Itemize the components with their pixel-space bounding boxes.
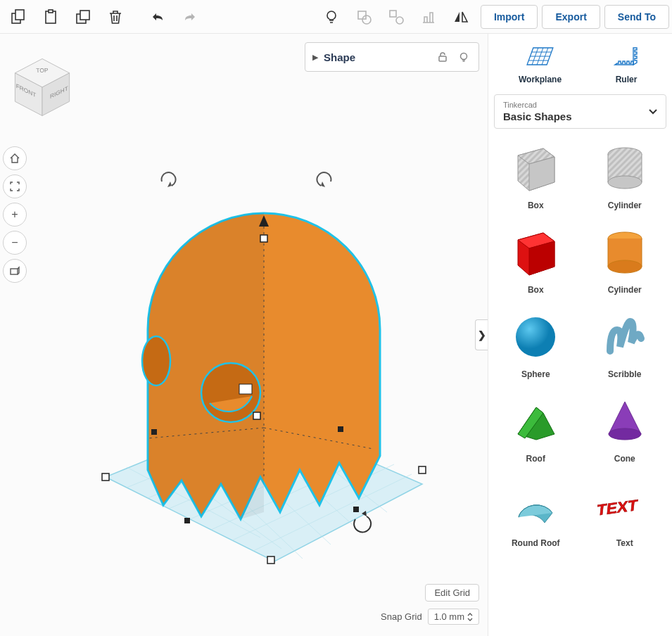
import-button[interactable]: Import bbox=[481, 5, 538, 29]
shape-cylinder-hole[interactable]: Cylinder bbox=[586, 139, 664, 210]
ruler-tool[interactable]: Ruler bbox=[611, 44, 642, 84]
svg-point-77 bbox=[609, 428, 641, 440]
svg-rect-45 bbox=[419, 466, 426, 473]
hint-bulb-button[interactable] bbox=[316, 1, 347, 32]
delete-button[interactable] bbox=[100, 1, 131, 32]
svg-rect-51 bbox=[353, 507, 359, 512]
canvas-area[interactable]: TOP FRONT RIGHT + − ▶ Shape ❯ bbox=[0, 34, 488, 636]
svg-rect-5 bbox=[80, 11, 89, 20]
home-view-button[interactable] bbox=[3, 146, 27, 170]
ungroup-button[interactable] bbox=[381, 1, 412, 32]
ortho-toggle-button[interactable] bbox=[3, 259, 27, 283]
svg-text:TOP: TOP bbox=[36, 68, 49, 75]
snap-grid-select[interactable]: 1.0 mm bbox=[428, 609, 479, 625]
svg-point-6 bbox=[327, 11, 336, 20]
bulb-icon[interactable] bbox=[456, 49, 471, 65]
undo-button[interactable] bbox=[142, 1, 173, 32]
shape-panel-title: Shape bbox=[324, 51, 429, 63]
shapes-grid: Box Cylinder bbox=[488, 134, 672, 636]
viewcube-control[interactable]: TOP FRONT RIGHT bbox=[10, 55, 75, 120]
svg-marker-20 bbox=[167, 182, 172, 187]
svg-rect-50 bbox=[184, 518, 190, 523]
svg-rect-48 bbox=[151, 429, 157, 435]
copy-button[interactable] bbox=[3, 1, 34, 32]
svg-marker-21 bbox=[321, 182, 325, 187]
panel-expand-toggle[interactable]: ▶ bbox=[312, 53, 318, 62]
right-panel: Workplane Ruler Tinkercad Basic Shapes bbox=[488, 34, 672, 636]
shape-box-hole[interactable]: Box bbox=[497, 139, 574, 210]
redo-button[interactable] bbox=[175, 1, 205, 32]
svg-point-10 bbox=[396, 17, 403, 24]
lock-icon[interactable] bbox=[435, 49, 450, 65]
sendto-button[interactable]: Send To bbox=[604, 5, 669, 29]
svg-text:TEXT: TEXT bbox=[597, 496, 639, 519]
fit-view-button[interactable] bbox=[3, 174, 27, 198]
svg-rect-44 bbox=[102, 473, 109, 481]
shape-box-solid[interactable]: Box bbox=[497, 223, 574, 295]
shape-roof[interactable]: Roof bbox=[497, 392, 574, 464]
svg-rect-9 bbox=[390, 11, 396, 17]
ruler-label: Ruler bbox=[616, 75, 638, 84]
collapse-panel-button[interactable]: ❯ bbox=[475, 319, 488, 350]
shape-inspector-panel: ▶ Shape bbox=[305, 42, 479, 72]
svg-point-67 bbox=[608, 176, 642, 189]
shape-sphere[interactable]: Sphere bbox=[497, 307, 574, 379]
group-button[interactable] bbox=[348, 1, 379, 32]
svg-rect-17 bbox=[11, 269, 18, 274]
export-button[interactable]: Export bbox=[542, 5, 600, 29]
svg-rect-49 bbox=[338, 426, 343, 432]
top-toolbar: Import Export Send To bbox=[0, 0, 672, 34]
svg-point-19 bbox=[461, 53, 467, 60]
mirror-button[interactable] bbox=[445, 1, 476, 32]
svg-rect-46 bbox=[267, 556, 274, 564]
svg-point-74 bbox=[516, 317, 555, 357]
edit-grid-button[interactable]: Edit Grid bbox=[425, 584, 479, 602]
paste-button[interactable] bbox=[35, 1, 66, 32]
workplane-label: Workplane bbox=[519, 75, 562, 84]
workplane-tool[interactable]: Workplane bbox=[519, 44, 562, 84]
zoom-in-button[interactable]: + bbox=[3, 203, 27, 227]
snap-grid-label: Snap Grid bbox=[381, 611, 422, 622]
zoom-out-button[interactable]: − bbox=[3, 231, 27, 255]
svg-point-73 bbox=[608, 260, 642, 273]
chevron-down-icon bbox=[649, 109, 657, 115]
shape-text[interactable]: TEXT Text bbox=[586, 476, 664, 548]
shape-category-dropdown[interactable]: Tinkercad Basic Shapes bbox=[494, 94, 666, 129]
svg-rect-47 bbox=[253, 412, 260, 419]
view-nav-buttons: + − bbox=[3, 146, 27, 283]
model-view[interactable] bbox=[77, 146, 457, 583]
svg-rect-3 bbox=[49, 10, 53, 13]
svg-rect-38 bbox=[239, 384, 252, 394]
shape-cone[interactable]: Cone bbox=[586, 392, 664, 464]
shape-scribble[interactable]: Scribble bbox=[586, 307, 664, 379]
shape-round-roof[interactable]: Round Roof bbox=[497, 476, 574, 548]
svg-rect-18 bbox=[439, 56, 446, 61]
svg-rect-43 bbox=[260, 235, 267, 242]
shape-cylinder-solid[interactable]: Cylinder bbox=[586, 223, 664, 295]
svg-point-8 bbox=[362, 15, 371, 24]
align-button[interactable] bbox=[413, 1, 444, 32]
duplicate-button[interactable] bbox=[68, 1, 99, 32]
svg-point-36 bbox=[142, 336, 170, 386]
svg-rect-1 bbox=[15, 10, 24, 20]
svg-rect-7 bbox=[358, 11, 366, 19]
